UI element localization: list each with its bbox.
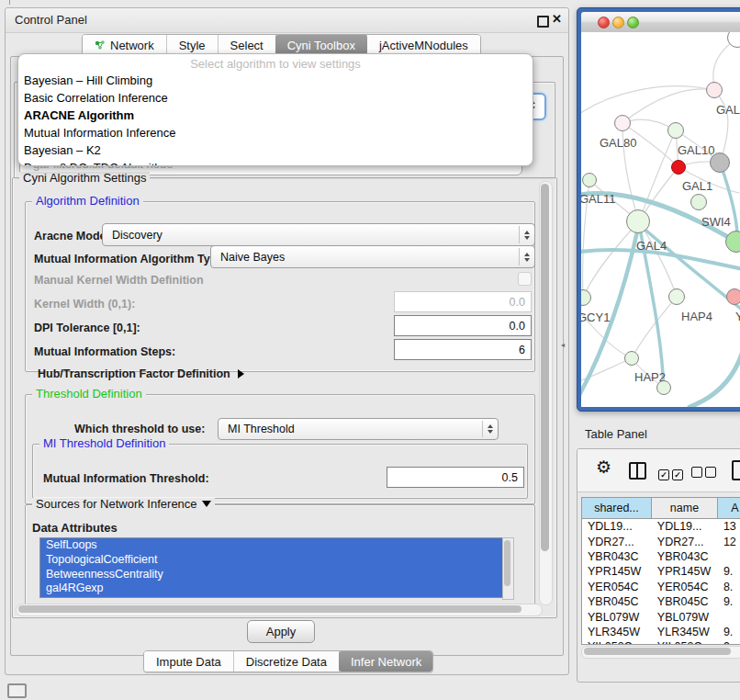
- settings-horizontal-scrollbar[interactable]: [16, 604, 543, 616]
- algorithm-option-basic-correlation-inference[interactable]: Basic Correlation Inference: [18, 89, 533, 107]
- settings-horizontal-scrollbar-thumb[interactable]: [18, 605, 521, 613]
- table-horizontal-scrollbar-thumb[interactable]: [584, 648, 731, 655]
- tab-impute-data[interactable]: Impute Data: [144, 651, 234, 672]
- table-row-ydl19[interactable]: YDL19...YDL19...13: [582, 519, 740, 534]
- table-cell[interactable]: YBR043C: [652, 550, 718, 563]
- table-cell[interactable]: YLR345W: [582, 626, 652, 638]
- column-header-name[interactable]: name: [652, 498, 718, 518]
- table-cell[interactable]: 9.: [718, 626, 740, 638]
- network-node-gal80[interactable]: [614, 115, 631, 131]
- table-cell[interactable]: YPR145W: [582, 565, 652, 578]
- column-header-a[interactable]: A: [718, 498, 740, 518]
- attribute-item-gal4rgexp[interactable]: gal4RGexp: [40, 581, 503, 596]
- gear-icon[interactable]: ⚙: [596, 459, 611, 476]
- splitter-collapse-handle[interactable]: ◂: [561, 341, 567, 349]
- which-threshold-select[interactable]: MI Threshold: [218, 418, 499, 440]
- minimized-panel-icon[interactable]: [7, 683, 27, 698]
- close-icon[interactable]: ✕: [552, 12, 562, 26]
- deselect-all-rows-icon[interactable]: [691, 465, 719, 481]
- table-cell[interactable]: YPR145W: [652, 565, 718, 578]
- mi-algorithm-type-select[interactable]: Naive Bayes: [210, 245, 535, 268]
- tab-style[interactable]: Style: [167, 35, 219, 55]
- table-cell[interactable]: YLR345W: [652, 626, 718, 638]
- document-icon[interactable]: [732, 460, 740, 480]
- select-all-rows-icon[interactable]: ✓✓: [658, 465, 686, 481]
- hub-section-toggle[interactable]: Hub/Transcription Factor Definition: [38, 367, 244, 380]
- table-cell[interactable]: YBR043C: [582, 550, 652, 563]
- table-row-yer054c[interactable]: YER054CYER054C8.: [582, 580, 740, 594]
- table-cell[interactable]: 13: [718, 520, 740, 533]
- table-cell[interactable]: YDL19...: [582, 520, 652, 533]
- data-attributes-list[interactable]: SelfLoopsTopologicalCoefficientBetweenne…: [39, 537, 504, 598]
- network-node-gal4[interactable]: [626, 209, 650, 233]
- network-node-swi4[interactable]: [690, 194, 707, 210]
- network-node[interactable]: [656, 380, 671, 395]
- minimize-traffic-light-icon[interactable]: [612, 17, 624, 28]
- settings-vertical-scrollbar[interactable]: [539, 181, 553, 605]
- network-canvas[interactable]: GALGAL80GAL10GAL1GAL11SWI4GAL4GCY1HAP4YH…: [581, 32, 740, 407]
- table-row-ylr345w[interactable]: YLR345WYLR345W9.: [582, 625, 740, 639]
- table-cell[interactable]: 9.: [718, 640, 740, 645]
- zoom-traffic-light-icon[interactable]: [627, 17, 639, 28]
- table-row-ybl079w[interactable]: YBL079WYBL079W: [582, 609, 740, 624]
- table-cell[interactable]: 9.: [718, 595, 740, 608]
- table-cell[interactable]: YBL079W: [652, 611, 718, 624]
- mi-threshold-input[interactable]: 0.5: [387, 467, 524, 488]
- algorithm-option-bayesian-hill-climbing[interactable]: Bayesian – Hill Climbing: [18, 72, 533, 89]
- table-row-ybr043c[interactable]: YBR043CYBR043C: [582, 549, 740, 564]
- algorithm-option-dream8-dc-tdc-algorithm[interactable]: Dream8 DC_TDC Algorithm: [18, 159, 533, 166]
- tab-network[interactable]: Network: [83, 35, 167, 55]
- table-cell[interactable]: 12: [718, 536, 740, 548]
- tab-infer-network[interactable]: Infer Network: [339, 651, 433, 672]
- apply-button[interactable]: Apply: [247, 620, 315, 643]
- algorithm-option-aracne-algorithm[interactable]: ARACNE Algorithm: [18, 107, 533, 124]
- network-node[interactable]: [725, 231, 740, 253]
- attributes-list-scrollbar-thumb[interactable]: [504, 540, 510, 586]
- table-cell[interactable]: YDR27...: [652, 536, 718, 548]
- algorithm-option-bayesian-k2[interactable]: Bayesian – K2: [18, 141, 533, 159]
- network-node-gal1[interactable]: [671, 160, 686, 175]
- aracne-mode-select[interactable]: Discovery: [102, 223, 535, 246]
- network-node-gal[interactable]: [706, 82, 723, 98]
- network-node[interactable]: [727, 32, 740, 48]
- tab-select[interactable]: Select: [219, 35, 276, 55]
- tab-discretize-data[interactable]: Discretize Data: [234, 651, 340, 672]
- table-cell[interactable]: YER054C: [582, 581, 652, 593]
- table-horizontal-scrollbar[interactable]: [581, 646, 740, 659]
- table-row-ydr27[interactable]: YDR27...YDR27...12: [582, 534, 740, 548]
- network-node-gal11[interactable]: [582, 173, 597, 187]
- table-cell[interactable]: 8.: [718, 581, 740, 593]
- sources-title[interactable]: Sources for Network Inference: [32, 498, 215, 510]
- split-columns-icon[interactable]: [629, 462, 646, 480]
- table-cell[interactable]: 9.: [718, 565, 740, 578]
- table-row-ypr145w[interactable]: YPR145WYPR145W9.: [582, 564, 740, 579]
- network-window-titlebar[interactable]: [581, 12, 740, 33]
- table-cell[interactable]: YIL052C: [582, 640, 652, 645]
- control-panel-titlebar[interactable]: Control Panel ✕: [6, 8, 568, 33]
- table-row-ybr045c[interactable]: YBR045CYBR045C9.: [582, 594, 740, 609]
- tab-cyni-toolbox[interactable]: Cyni Toolbox: [275, 35, 368, 55]
- table-cell[interactable]: YBR045C: [652, 595, 718, 608]
- attributes-list-scrollbar[interactable]: [502, 537, 514, 600]
- network-node-hap2[interactable]: [624, 351, 639, 366]
- column-header-shared[interactable]: shared...: [582, 498, 652, 518]
- table-cell[interactable]: YER054C: [652, 581, 718, 593]
- dpi-tolerance-input[interactable]: 0.0: [394, 315, 532, 336]
- settings-vertical-scrollbar-thumb[interactable]: [541, 184, 549, 551]
- attribute-item-topologicalcoefficient[interactable]: TopologicalCoefficient: [40, 553, 503, 568]
- network-node-y[interactable]: [726, 288, 740, 305]
- table-cell[interactable]: YDR27...: [582, 536, 652, 548]
- table-cell[interactable]: YDL19...: [652, 520, 718, 533]
- tab-jactivemnodules[interactable]: jActiveMNodules: [367, 35, 480, 55]
- table-row-yil052c[interactable]: YIL052CYIL052C9.: [582, 639, 740, 645]
- algorithm-option-mutual-information-inference[interactable]: Mutual Information Inference: [18, 124, 533, 141]
- close-traffic-light-icon[interactable]: [598, 17, 610, 28]
- attribute-item-betweennesscentrality[interactable]: BetweennessCentrality: [40, 568, 503, 582]
- attribute-item-selfloops[interactable]: SelfLoops: [40, 538, 503, 553]
- network-node[interactable]: [710, 152, 730, 173]
- network-node-gcy1[interactable]: [581, 289, 591, 306]
- network-node-gal10[interactable]: [667, 122, 684, 139]
- float-window-icon[interactable]: [537, 16, 549, 28]
- table-cell[interactable]: YBR045C: [582, 595, 652, 608]
- table-cell[interactable]: YBL079W: [582, 611, 652, 624]
